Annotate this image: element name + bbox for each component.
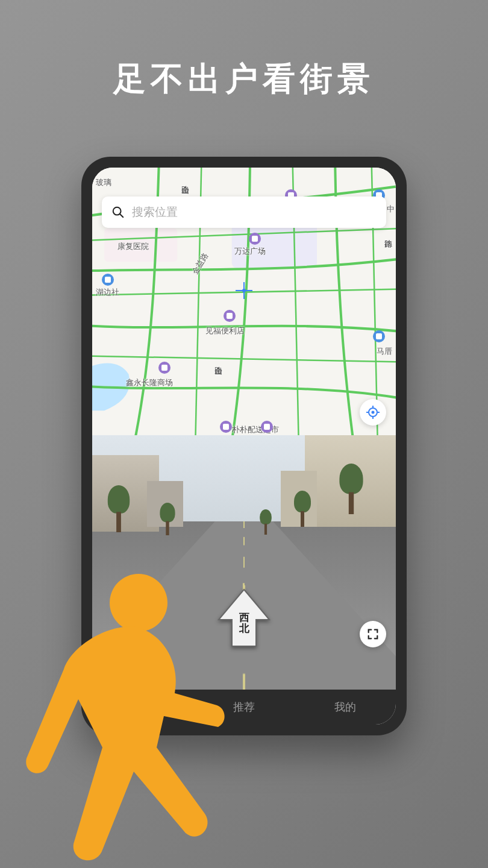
svg-point-5 bbox=[242, 289, 246, 292]
map-label-wanda: 万达广场 bbox=[234, 246, 266, 257]
poi-icon[interactable] bbox=[261, 421, 273, 433]
svg-point-14 bbox=[110, 574, 167, 632]
expand-icon bbox=[366, 627, 380, 641]
map-label-zhong: 中 bbox=[387, 204, 395, 215]
map-center-cursor bbox=[232, 278, 256, 303]
map-label-mall: 鑫永长隆商场 bbox=[126, 377, 173, 388]
svg-point-9 bbox=[372, 410, 375, 414]
poi-icon[interactable] bbox=[158, 362, 170, 374]
svg-line-7 bbox=[120, 214, 123, 217]
poi-icon[interactable] bbox=[224, 310, 236, 322]
poi-icon[interactable] bbox=[102, 274, 114, 286]
search-bar[interactable] bbox=[102, 197, 386, 228]
locate-button[interactable] bbox=[360, 399, 386, 426]
search-icon bbox=[111, 206, 125, 219]
walking-person-icon bbox=[6, 567, 259, 868]
tree bbox=[160, 503, 175, 535]
search-input[interactable] bbox=[132, 206, 377, 219]
tab-mine[interactable]: 我的 bbox=[295, 700, 396, 714]
map-label-hospital: 康复医院 bbox=[117, 241, 149, 252]
tree bbox=[260, 509, 272, 535]
map-label-lakeside: 湖边社 bbox=[96, 287, 119, 298]
map-label-majiu: 马厝 bbox=[377, 346, 392, 357]
poi-icon[interactable] bbox=[249, 233, 261, 245]
expand-button[interactable] bbox=[360, 621, 386, 647]
poi-icon[interactable] bbox=[220, 421, 232, 433]
promo-title: 足不出户看街景 bbox=[0, 57, 488, 101]
map-label-convenience: 见福便利店 bbox=[205, 326, 245, 336]
tree bbox=[339, 464, 363, 514]
tree bbox=[108, 485, 130, 532]
locate-icon bbox=[366, 405, 380, 420]
map-label-glass: 玻璃 bbox=[96, 177, 111, 188]
tree bbox=[294, 491, 311, 527]
map-area[interactable]: 玻璃 康复医院 湖边社 万达广场 金益路 金山路 金山路 见福便利店 鑫永长隆商… bbox=[92, 168, 396, 435]
poi-icon[interactable] bbox=[373, 330, 385, 342]
